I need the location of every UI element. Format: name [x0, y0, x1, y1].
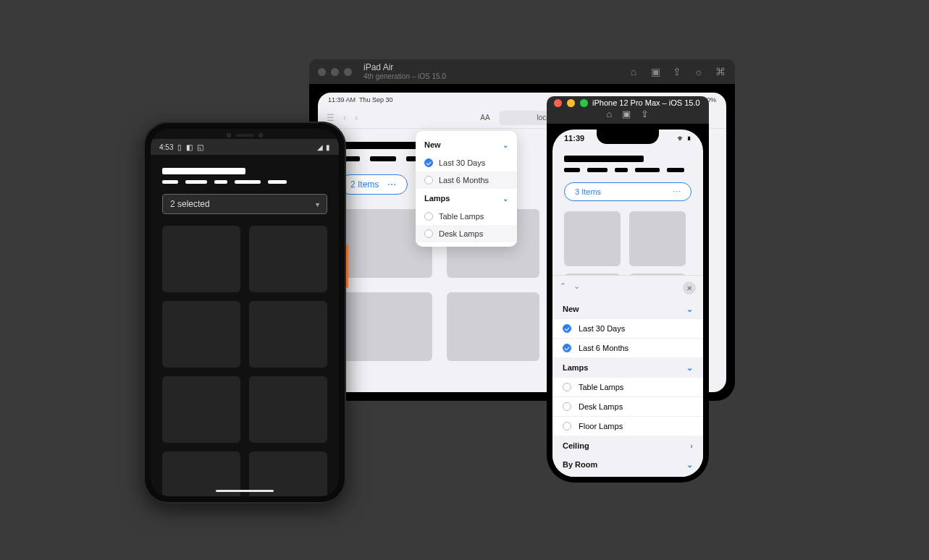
signal-icon: ◢	[317, 143, 323, 151]
page-subtitle	[564, 168, 692, 172]
product-tile[interactable]	[162, 301, 240, 368]
sheet-up-icon[interactable]: ⌃	[560, 281, 566, 294]
screenshot-icon[interactable]: ▣	[622, 109, 631, 119]
chevron-down-icon: ⌄	[686, 460, 693, 470]
status-time: 11:39	[564, 134, 584, 143]
filter-popover: New ⌄ Last 30 Days Last 6 Months Lamps ⌄	[416, 131, 517, 247]
product-tile[interactable]	[162, 376, 240, 443]
sidebar-icon[interactable]: ☰	[327, 113, 335, 123]
home-icon[interactable]: ⌂	[607, 109, 613, 119]
traffic-lights[interactable]	[554, 99, 588, 107]
product-tile[interactable]	[447, 292, 539, 361]
filter-option-last-30[interactable]: Last 30 Days	[416, 154, 517, 171]
page-title	[564, 156, 644, 162]
filter-section-new[interactable]: New ⌄	[416, 135, 517, 154]
notification-icon: ◱	[197, 143, 203, 151]
radio-icon	[563, 402, 571, 411]
iphone-notch	[597, 130, 659, 144]
notification-icon: ◧	[186, 143, 193, 151]
filter-section-ceiling[interactable]: Ceiling›	[552, 436, 703, 454]
filter-section-new[interactable]: New⌄	[552, 299, 703, 318]
android-sensor	[227, 132, 263, 138]
product-tile[interactable]	[249, 301, 327, 368]
window-title: iPad Air	[363, 63, 621, 72]
window-subtitle: 4th generation – iOS 15.0	[363, 72, 621, 80]
share-icon[interactable]: ⇪	[641, 109, 649, 119]
page-title	[340, 142, 426, 149]
chevron-down-icon: ▾	[316, 200, 319, 208]
traffic-lights[interactable]	[318, 68, 352, 76]
filter-option-table-lamps[interactable]: Table Lamps	[552, 377, 703, 396]
filter-pill-label: 2 Items	[350, 179, 379, 190]
android-device-frame: 4:53 ▯ ◧ ◱ ◢ ▮ 2 selected ▾	[143, 122, 346, 504]
radio-icon	[424, 212, 433, 221]
home-icon[interactable]: ⌂	[628, 66, 639, 77]
battery-icon: ▮	[326, 143, 330, 151]
appearance-icon[interactable]: ☼	[693, 66, 705, 77]
filter-section-lamps[interactable]: Lamps⌄	[552, 357, 703, 377]
filter-pill[interactable]: 2 Items ⋯	[340, 174, 408, 195]
filter-sheet: ⌃ ⌄ ✕ New⌄ Last 30 Days Last 6 Months	[552, 275, 703, 477]
window-title: iPhone 12 Pro Max – iOS 15.0	[592, 98, 700, 107]
radio-icon	[563, 383, 571, 391]
sheet-down-icon[interactable]: ⌄	[573, 281, 580, 294]
status-time: 4:53	[159, 143, 173, 151]
page-subtitle	[162, 180, 327, 184]
iphone-sim-titlebar: iPhone 12 Pro Max – iOS 15.0 ⌂ ▣ ⇪	[547, 96, 709, 124]
filter-section-by-room[interactable]: By Room⌄	[552, 454, 703, 477]
android-status-bar: 4:53 ▯ ◧ ◱ ◢ ▮	[151, 139, 339, 155]
back-icon[interactable]: ‹	[343, 113, 346, 123]
filter-option-desk-lamps[interactable]: Desk Lamps	[416, 225, 517, 242]
filter-select[interactable]: 2 selected ▾	[162, 194, 327, 214]
radio-icon	[424, 229, 433, 238]
chevron-down-icon: ⌄	[686, 305, 693, 314]
sim-toolbar-icons: ⌂ ▣ ⇪ ☼ ⌘	[628, 66, 726, 77]
iphone-device-frame: 11:39 ᯤ ▮ 3 Items ⋯	[547, 124, 709, 483]
filter-option-last-6m[interactable]: Last 6 Months	[552, 338, 703, 357]
screenshot-icon[interactable]: ▣	[650, 66, 661, 77]
filter-pill[interactable]: 3 Items ⋯	[564, 182, 692, 201]
radio-checked-icon	[424, 158, 433, 167]
status-date: Thu Sep 30	[359, 96, 393, 103]
product-tile[interactable]	[249, 376, 327, 443]
radio-icon	[424, 176, 433, 184]
keyboard-icon[interactable]: ⌘	[715, 66, 726, 77]
status-time: 11:39 AM	[328, 96, 356, 103]
filter-option-desk-lamps[interactable]: Desk Lamps	[552, 396, 703, 416]
filter-option-last-6m[interactable]: Last 6 Months	[416, 171, 517, 189]
more-icon: ⋯	[387, 179, 397, 190]
select-label: 2 selected	[170, 199, 210, 209]
product-tile[interactable]	[629, 211, 686, 266]
status-indicators: ᯤ ▮	[677, 134, 692, 143]
filter-option-last-30[interactable]: Last 30 Days	[552, 318, 703, 338]
page-title	[162, 168, 245, 174]
filter-pill-label: 3 Items	[575, 187, 601, 196]
filter-section-lamps[interactable]: Lamps ⌄	[416, 189, 517, 208]
chevron-down-icon: ⌄	[686, 363, 693, 373]
product-tile[interactable]	[564, 211, 621, 266]
share-icon[interactable]: ⇪	[671, 66, 683, 77]
chevron-down-icon: ⌄	[503, 195, 508, 203]
radio-checked-icon	[563, 324, 571, 333]
forward-icon[interactable]: ›	[355, 113, 358, 123]
chevron-right-icon: ›	[690, 441, 693, 450]
filter-option-floor-lamps[interactable]: Floor Lamps	[552, 416, 703, 436]
lock-icon: ▯	[177, 143, 182, 151]
close-icon[interactable]: ✕	[683, 281, 696, 294]
ipad-sim-titlebar: iPad Air 4th generation – iOS 15.0 ⌂ ▣ ⇪…	[309, 59, 735, 84]
radio-icon	[563, 422, 571, 430]
product-tile[interactable]	[162, 226, 240, 292]
iphone-sim-window: iPhone 12 Pro Max – iOS 15.0 ⌂ ▣ ⇪ 11:39…	[547, 96, 709, 483]
product-tile[interactable]	[249, 226, 327, 292]
chevron-down-icon: ⌄	[503, 141, 508, 149]
radio-checked-icon	[563, 344, 571, 352]
filter-option-table-lamps[interactable]: Table Lamps	[416, 208, 517, 225]
text-size-control[interactable]: AA	[480, 114, 489, 122]
more-icon: ⋯	[673, 187, 681, 197]
home-indicator[interactable]	[216, 490, 274, 492]
product-tile[interactable]	[340, 292, 432, 361]
